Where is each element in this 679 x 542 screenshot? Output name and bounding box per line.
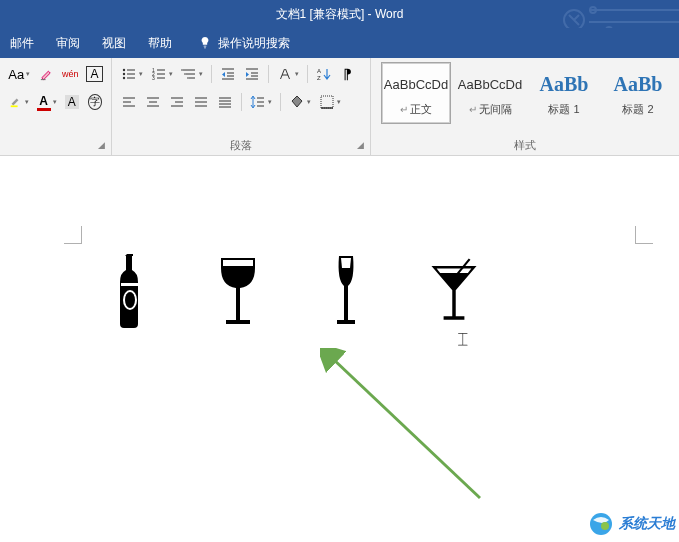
- highlight-button[interactable]: ▾: [6, 91, 32, 113]
- font-group: Aa▾ wén A ▾ A ▾ A: [0, 58, 112, 155]
- svg-point-60: [125, 292, 135, 308]
- align-left-button[interactable]: [118, 91, 140, 113]
- char-shading-button[interactable]: A: [62, 91, 82, 113]
- style-no-spacing[interactable]: AaBbCcDd ↵无间隔: [455, 62, 525, 124]
- svg-point-25: [187, 77, 189, 79]
- numbering-button[interactable]: 123▾: [148, 63, 176, 85]
- watermark-logo-icon: [589, 512, 613, 536]
- text-cursor-icon: ⌶: [458, 330, 468, 348]
- wine-bottle-icon[interactable]: [100, 252, 160, 332]
- sort-button[interactable]: AZ: [313, 63, 335, 85]
- styles-gallery: AaBbCcDd ↵正文 AaBbCcDd ↵无间隔 AaBb 标题 1 AaB…: [381, 62, 673, 124]
- svg-point-66: [601, 522, 609, 530]
- paragraph-group: ▾ 123▾ ▾ ▾ AZ ⁋ ▾ ▾ ▾ 段落 ◢: [112, 58, 371, 155]
- svg-text:A: A: [317, 68, 321, 74]
- annotation-arrow-icon: [320, 348, 500, 508]
- tab-view[interactable]: 视图: [100, 31, 128, 56]
- borders-button[interactable]: ▾: [316, 91, 344, 113]
- svg-rect-7: [11, 105, 18, 107]
- paragraph-group-label: 段落: [112, 138, 370, 153]
- asian-layout-button[interactable]: ▾: [274, 63, 302, 85]
- svg-point-8: [123, 69, 125, 71]
- increase-indent-button[interactable]: [241, 63, 263, 85]
- champagne-glass-icon[interactable]: [316, 252, 376, 332]
- title-bar: 文档1 [兼容模式] - Word: [0, 0, 679, 28]
- svg-point-23: [181, 69, 183, 71]
- document-icons-row: [100, 252, 484, 332]
- window-title: 文档1 [兼容模式] - Word: [276, 6, 404, 23]
- multilevel-list-button[interactable]: ▾: [178, 63, 206, 85]
- phonetic-guide-button[interactable]: wén: [60, 63, 81, 85]
- tab-mail[interactable]: 邮件: [8, 31, 36, 56]
- styles-group: AaBbCcDd ↵正文 AaBbCcDd ↵无间隔 AaBb 标题 1 AaB…: [371, 58, 679, 155]
- bullets-button[interactable]: ▾: [118, 63, 146, 85]
- tab-review[interactable]: 审阅: [54, 31, 82, 56]
- decrease-indent-button[interactable]: [217, 63, 239, 85]
- document-canvas[interactable]: ⌶ 系统天地: [0, 156, 679, 542]
- align-justify-button[interactable]: [190, 91, 212, 113]
- watermark: 系统天地: [589, 512, 675, 536]
- tell-me-label: 操作说明搜索: [218, 35, 290, 52]
- svg-text:3: 3: [152, 75, 155, 81]
- svg-text:Z: Z: [317, 75, 321, 81]
- paragraph-group-launcher[interactable]: ◢: [354, 139, 366, 151]
- align-right-button[interactable]: [166, 91, 188, 113]
- font-group-launcher[interactable]: ◢: [95, 139, 107, 151]
- line-spacing-button[interactable]: ▾: [247, 91, 275, 113]
- show-marks-button[interactable]: ⁋: [337, 63, 357, 85]
- tab-help[interactable]: 帮助: [146, 31, 174, 56]
- enclose-char-button[interactable]: 字: [85, 91, 105, 113]
- change-case-button[interactable]: Aa▾: [6, 63, 33, 85]
- lightbulb-icon: [198, 36, 212, 50]
- svg-point-24: [184, 73, 186, 75]
- font-color-button[interactable]: A ▾: [35, 91, 59, 113]
- shading-button[interactable]: ▾: [286, 91, 314, 113]
- svg-point-65: [590, 513, 612, 535]
- menu-tab-bar: 邮件 审阅 视图 帮助 操作说明搜索: [0, 28, 679, 58]
- clear-format-button[interactable]: [36, 63, 57, 85]
- page-corner-tl: [64, 226, 82, 244]
- ribbon: Aa▾ wén A ▾ A ▾ A: [0, 58, 679, 156]
- svg-line-64: [332, 358, 480, 498]
- wine-glass-icon[interactable]: [208, 252, 268, 332]
- align-distributed-button[interactable]: [214, 91, 236, 113]
- title-decoration: [559, 0, 679, 28]
- svg-point-12: [123, 77, 125, 79]
- svg-point-10: [123, 73, 125, 75]
- align-center-button[interactable]: [142, 91, 164, 113]
- svg-rect-61: [121, 283, 139, 286]
- page-corner-tr: [635, 226, 653, 244]
- styles-group-label: 样式: [371, 138, 679, 153]
- character-border-button[interactable]: A: [84, 63, 105, 85]
- watermark-text: 系统天地: [619, 515, 675, 533]
- style-heading-1[interactable]: AaBb 标题 1: [529, 62, 599, 124]
- svg-rect-57: [321, 96, 333, 108]
- martini-glass-icon[interactable]: [424, 252, 484, 332]
- style-heading-2[interactable]: AaBb 标题 2: [603, 62, 673, 124]
- style-normal[interactable]: AaBbCcDd ↵正文: [381, 62, 451, 124]
- svg-point-4: [606, 27, 612, 28]
- tell-me-search[interactable]: 操作说明搜索: [198, 35, 290, 52]
